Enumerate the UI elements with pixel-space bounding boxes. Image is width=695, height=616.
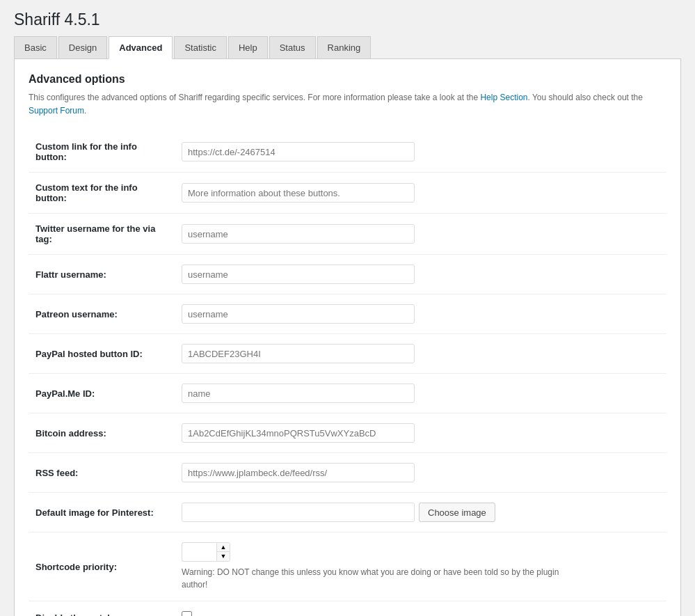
spinner-buttons: ▲ ▼ bbox=[216, 542, 230, 562]
shortcode-warning: Warning: DO NOT change this unless you k… bbox=[182, 566, 571, 591]
custom-text-info-input[interactable] bbox=[182, 183, 415, 203]
pinterest-field-row: Choose image bbox=[182, 503, 660, 522]
table-row: PayPal.Me ID: bbox=[29, 374, 666, 413]
tab-ranking[interactable]: Ranking bbox=[317, 36, 372, 58]
tab-help[interactable]: Help bbox=[228, 36, 268, 58]
field-cell bbox=[182, 601, 666, 616]
shortcode-priority-input[interactable]: 10 bbox=[182, 542, 216, 562]
field-label-paypalme-id: PayPal.Me ID: bbox=[29, 374, 182, 413]
field-label-twitter-username: Twitter username for the via tag: bbox=[29, 214, 182, 255]
field-label-bitcoin-address: Bitcoin address: bbox=[29, 413, 182, 453]
spinner-up-button[interactable]: ▲ bbox=[217, 543, 230, 552]
tab-design[interactable]: Design bbox=[58, 36, 107, 58]
section-title: Advanced options bbox=[29, 73, 666, 86]
tab-statistic[interactable]: Statistic bbox=[174, 36, 227, 58]
choose-image-button[interactable]: Choose image bbox=[419, 503, 495, 522]
field-cell bbox=[182, 334, 666, 374]
table-row: Custom text for the info button: bbox=[29, 173, 666, 214]
field-label-rss-feed: RSS feed: bbox=[29, 453, 182, 493]
disable-metabox-checkbox[interactable] bbox=[182, 611, 192, 616]
pinterest-image-input[interactable] bbox=[182, 503, 415, 522]
field-cell bbox=[182, 214, 666, 255]
field-cell bbox=[182, 255, 666, 294]
field-cell bbox=[182, 413, 666, 453]
table-row: RSS feed: bbox=[29, 453, 666, 493]
tab-status[interactable]: Status bbox=[269, 36, 316, 58]
content-area: Advanced options This configures the adv… bbox=[14, 59, 681, 616]
table-row: Custom link for the info button: bbox=[29, 132, 666, 173]
table-row: Twitter username for the via tag: bbox=[29, 214, 666, 255]
table-row: Bitcoin address: bbox=[29, 413, 666, 453]
form-table: Custom link for the info button: Custom … bbox=[29, 132, 666, 616]
flattr-username-input[interactable] bbox=[182, 264, 415, 284]
field-label-patreon-username: Patreon username: bbox=[29, 294, 182, 334]
table-row: PayPal hosted button ID: bbox=[29, 334, 666, 374]
table-row: Disable the metabox. bbox=[29, 601, 666, 616]
field-cell: 10 ▲ ▼ Warning: DO NOT change this unles… bbox=[182, 532, 666, 601]
field-label-custom-text-info: Custom text for the info button: bbox=[29, 173, 182, 214]
help-section-link[interactable]: Help Section bbox=[480, 93, 527, 102]
field-cell bbox=[182, 132, 666, 173]
tab-advanced[interactable]: Advanced bbox=[109, 36, 173, 59]
field-label-paypal-button-id: PayPal hosted button ID: bbox=[29, 334, 182, 374]
table-row: Patreon username: bbox=[29, 294, 666, 334]
field-label-pinterest-image: Default image for Pinterest: bbox=[29, 493, 182, 532]
tab-basic[interactable]: Basic bbox=[14, 36, 57, 58]
tab-nav: Basic Design Advanced Statistic Help Sta… bbox=[14, 36, 681, 59]
table-row: Default image for Pinterest: Choose imag… bbox=[29, 493, 666, 532]
paypal-button-id-input[interactable] bbox=[182, 344, 415, 363]
table-row: Shortcode priority: 10 ▲ ▼ Warning: DO N… bbox=[29, 532, 666, 601]
field-cell bbox=[182, 173, 666, 214]
field-label-custom-link-info: Custom link for the info button: bbox=[29, 132, 182, 173]
paypalme-id-input[interactable] bbox=[182, 384, 415, 403]
section-description: This configures the advanced options of … bbox=[29, 91, 666, 118]
table-row: Flattr username: bbox=[29, 255, 666, 294]
rss-feed-input[interactable] bbox=[182, 463, 415, 482]
field-cell: Choose image bbox=[182, 493, 666, 532]
field-cell bbox=[182, 374, 666, 413]
field-label-shortcode-priority: Shortcode priority: bbox=[29, 532, 182, 601]
field-label-flattr-username: Flattr username: bbox=[29, 255, 182, 294]
field-label-disable-metabox: Disable the metabox. bbox=[29, 601, 182, 616]
shortcode-spinner-wrap: 10 ▲ ▼ bbox=[182, 542, 660, 562]
field-cell bbox=[182, 453, 666, 493]
app-title: Shariff 4.5.1 bbox=[14, 10, 681, 29]
support-forum-link[interactable]: Support Forum bbox=[29, 106, 84, 116]
patreon-username-input[interactable] bbox=[182, 304, 415, 324]
custom-link-info-input[interactable] bbox=[182, 142, 415, 161]
spinner-down-button[interactable]: ▼ bbox=[217, 552, 230, 561]
twitter-username-input[interactable] bbox=[182, 224, 415, 244]
bitcoin-address-input[interactable] bbox=[182, 423, 415, 443]
field-cell bbox=[182, 294, 666, 334]
